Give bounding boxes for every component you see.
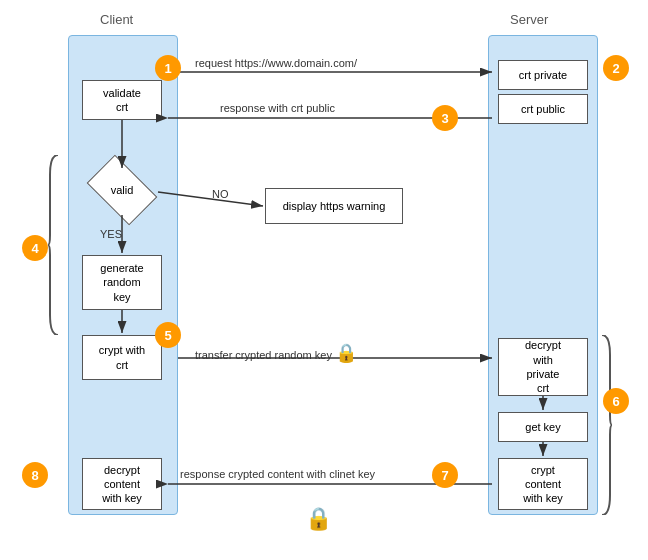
transfer-label: transfer crypted random key 🔒 [195, 342, 357, 364]
badge-6: 6 [603, 388, 629, 414]
generate-key-box: generaterandomkey [82, 255, 162, 310]
crypt-content-box: cryptcontentwith key [498, 458, 588, 510]
display-warning-box: display https warning [265, 188, 403, 224]
badge-4: 4 [22, 235, 48, 261]
valid-diamond: valid [92, 170, 158, 214]
badge-3: 3 [432, 105, 458, 131]
badge-2: 2 [603, 55, 629, 81]
server-label: Server [510, 12, 548, 27]
badge-7: 7 [432, 462, 458, 488]
decrypt-content-box: decryptcontentwith key [82, 458, 162, 510]
get-key-box: get key [498, 412, 588, 442]
request-label: request https://www.domain.com/ [195, 57, 357, 69]
crt-private-box: crt private [498, 60, 588, 90]
client-label: Client [100, 12, 133, 27]
yes-label: YES [100, 228, 122, 240]
crypt-with-crt-box: crypt withcrt [82, 335, 162, 380]
lock-icon-transfer: 🔒 [335, 343, 357, 363]
badge-5: 5 [155, 322, 181, 348]
bottom-lock-icon: 🔒 [305, 506, 332, 532]
no-label: NO [212, 188, 229, 200]
response-crt-label: response with crt public [220, 102, 335, 114]
brace-4 [46, 155, 62, 340]
response-crypted-label: response crypted content with clinet key [180, 468, 375, 480]
badge-8: 8 [22, 462, 48, 488]
diagram: Client Server validatecrt crt private cr… [0, 0, 648, 560]
validate-crt-box: validatecrt [82, 80, 162, 120]
brace-6 [598, 335, 614, 520]
badge-1: 1 [155, 55, 181, 81]
decrypt-private-box: decryptwithprivatecrt [498, 338, 588, 396]
crt-public-box: crt public [498, 94, 588, 124]
